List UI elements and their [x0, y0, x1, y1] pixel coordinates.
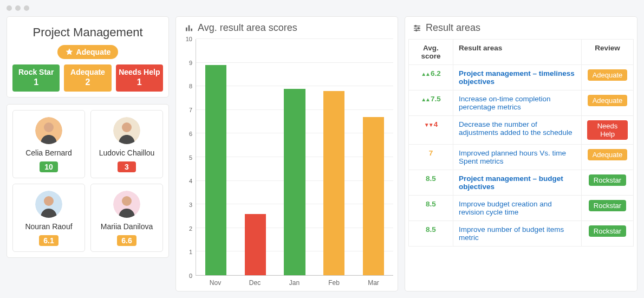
svg-rect-9 [188, 25, 190, 31]
y-tick-label: 8 [189, 83, 192, 89]
person-name: Celia Bernard [25, 148, 72, 157]
y-tick-label: 4 [189, 178, 192, 184]
col-result-area: Result areas [453, 40, 582, 65]
person-card[interactable]: Nouran Raouf6.1 [12, 184, 85, 252]
avatar [113, 117, 140, 144]
result-area-link[interactable]: Project management – timeliness objectiv… [459, 69, 575, 86]
stat-count: 2 [66, 77, 109, 87]
result-areas-table: Avg. score Result areas Review ▲▲6.2Proj… [408, 39, 634, 247]
review-badge: Adequate [588, 69, 628, 81]
result-area-link[interactable]: Improve number of budget items metric [459, 225, 564, 242]
y-tick-label: 9 [189, 60, 192, 66]
stat-red[interactable]: Needs Help1 [116, 64, 163, 92]
x-tick-label: Jan [275, 276, 314, 287]
person-name: Nouran Raouf [25, 222, 72, 231]
y-tick-label: 5 [189, 154, 192, 161]
y-tick-label: 1 [189, 249, 192, 255]
review-badge: Rockstar [589, 174, 626, 186]
table-row: 8.5Improve budget creation and revision … [409, 196, 634, 221]
table-row: 7Improved planned hours Vs. time Spent m… [409, 145, 634, 170]
table-row: 8.5Improve number of budget items metric… [409, 221, 634, 247]
window-dot [15, 5, 21, 11]
sliders-icon [413, 24, 421, 33]
window-dot [6, 5, 12, 11]
svg-rect-8 [186, 27, 187, 31]
svg-point-16 [415, 29, 417, 31]
stat-label: Adequate [66, 68, 109, 76]
avatar [113, 191, 140, 218]
y-tick-label: 10 [186, 36, 192, 42]
svg-point-1 [44, 122, 54, 132]
x-tick-label: Dec [235, 276, 275, 287]
trend-up-icon: ▲▲ [421, 71, 430, 77]
avg-score: 8.5 [426, 200, 436, 208]
person-score: 6.6 [117, 235, 136, 246]
svg-point-5 [44, 196, 54, 206]
table-row: 8.5Project management – budget objective… [409, 170, 634, 196]
people-grid: Celia Bernard10Ludovic Chaillou3Nouran R… [6, 104, 169, 258]
star-icon [65, 48, 74, 56]
y-tick-label: 0 [189, 273, 192, 279]
bar[interactable] [284, 89, 305, 275]
svg-point-3 [122, 122, 132, 132]
avg-score: ▲▲6.2 [421, 69, 441, 77]
review-badge: Rockstar [589, 200, 626, 211]
window-titlebar [0, 0, 644, 16]
rating-counts: Rock Star1Adequate2Needs Help1 [12, 64, 163, 92]
svg-point-15 [418, 27, 419, 29]
result-area-link[interactable]: Increase on-time completion percentage m… [459, 95, 551, 111]
bar[interactable] [245, 214, 266, 275]
table-row: ▲▲7.5Increase on-time completion percent… [409, 90, 634, 116]
result-area-link[interactable]: Project management – budget objectives [459, 174, 563, 191]
person-score: 6.1 [39, 235, 58, 246]
result-area-link[interactable]: Improved planned hours Vs. time Spent me… [459, 149, 566, 165]
person-score: 3 [118, 161, 136, 172]
avg-score: ▼▼4 [424, 120, 438, 128]
person-card[interactable]: Celia Bernard10 [12, 110, 85, 178]
result-areas-panel: Result areas Avg. score Result areas Rev… [405, 16, 638, 291]
y-tick-label: 2 [189, 225, 192, 232]
avg-scores-title: Avg. result area scores [198, 22, 297, 34]
avg-score: ▲▲7.5 [421, 95, 441, 103]
review-badge: Adequate [588, 149, 628, 160]
result-area-link[interactable]: Improve budget creation and revision cyc… [459, 200, 552, 216]
stat-label: Needs Help [118, 68, 161, 76]
stat-label: Rock Star [15, 68, 57, 76]
stat-yellow[interactable]: Adequate2 [64, 64, 111, 92]
chart-plot [196, 39, 393, 276]
review-badge: Adequate [588, 95, 628, 106]
avg-score: 8.5 [426, 174, 436, 183]
col-avg-score: Avg. score [409, 40, 453, 65]
review-badge: Needs Help [587, 120, 628, 140]
person-name: Ludovic Chaillou [99, 148, 155, 157]
stat-green[interactable]: Rock Star1 [12, 64, 60, 92]
avg-score: 8.5 [426, 225, 436, 234]
chart-x-axis: NovDecJanFebMar [196, 276, 393, 287]
result-areas-title: Result areas [426, 22, 480, 34]
bar[interactable] [205, 65, 226, 275]
stat-count: 1 [118, 77, 161, 87]
y-tick-label: 7 [189, 107, 192, 113]
person-card[interactable]: Mariia Danilova6.6 [90, 184, 163, 252]
svg-rect-10 [191, 28, 192, 31]
trend-down-icon: ▼▼ [424, 122, 433, 128]
bar[interactable] [323, 91, 344, 275]
stat-count: 1 [15, 77, 57, 87]
app-window: Project Management Adequate Rock Star1Ad… [0, 0, 644, 298]
avatar [35, 191, 62, 218]
person-card[interactable]: Ludovic Chaillou3 [90, 110, 163, 178]
table-row: ▼▼4Decrease the number of adjustments ad… [409, 116, 634, 145]
avatar [35, 117, 62, 144]
table-row: ▲▲6.2Project management – timeliness obj… [409, 65, 634, 90]
overall-rating-label: Adequate [76, 48, 111, 56]
avg-scores-panel: Avg. result area scores 012345678910 Nov… [175, 16, 398, 291]
review-badge: Rockstar [589, 225, 626, 237]
bar-chart-icon [185, 24, 193, 33]
overall-rating-pill[interactable]: Adequate [57, 45, 119, 59]
result-area-link[interactable]: Decrease the number of adjustments added… [459, 120, 572, 137]
svg-point-14 [415, 25, 417, 27]
bar[interactable] [363, 117, 384, 275]
y-tick-label: 6 [189, 131, 192, 137]
person-name: Mariia Danilova [101, 222, 153, 231]
summary-card: Project Management Adequate Rock Star1Ad… [6, 16, 169, 98]
